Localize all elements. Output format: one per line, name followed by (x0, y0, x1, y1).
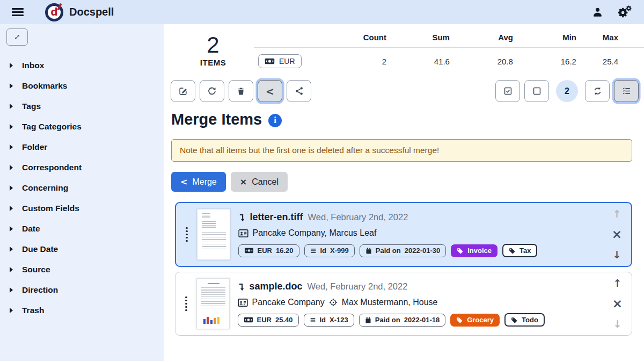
edit-button[interactable] (171, 80, 195, 102)
stats-row: EUR 2 41.6 20.8 16.2 25.4 (254, 48, 644, 69)
stats-header-count: Count (327, 32, 391, 48)
remove-item-button[interactable]: × (612, 228, 622, 241)
sidebar-item-inbox[interactable]: Inbox (6, 55, 157, 76)
paid-value: 2022-01-18 (404, 316, 440, 324)
caret-right-icon (10, 144, 13, 150)
merge-chevron-icon: < (180, 177, 187, 187)
merge-chevron-icon: < (266, 85, 274, 97)
item-concerning: Max Mustermann, House (342, 298, 438, 307)
id-badge: Id X-999 (304, 244, 355, 257)
caret-right-icon (10, 267, 13, 272)
caret-right-icon (10, 226, 13, 231)
stats-header-avg: Avg (454, 32, 517, 48)
sidebar-item-direction[interactable]: Direction (6, 280, 157, 300)
tag-badge-invoice: Invoice (451, 244, 497, 257)
merge-button[interactable]: < (258, 80, 282, 102)
item-correspondent: Pancake Company (252, 298, 325, 307)
page-title: Merge Items (171, 111, 262, 128)
sidebar-expand-button[interactable] (6, 28, 28, 46)
empty-square-icon (532, 86, 541, 96)
settings-gears-icon[interactable] (618, 6, 629, 18)
crosshairs-icon (329, 298, 338, 307)
move-up-button[interactable]: ↑ (613, 278, 621, 288)
amount-value: 25.40 (275, 316, 293, 324)
caret-right-icon (10, 247, 13, 252)
item-name: letter-en.tiff (250, 212, 303, 223)
stats-table: Count Sum Avg Min Max EUR 2 41. (254, 32, 644, 68)
paid-on-badge: Paid on 2022-01-30 (360, 244, 446, 257)
edit-pencil-icon (178, 86, 188, 96)
amount-badge: EUR 25.40 (238, 314, 299, 327)
caret-right-icon (10, 104, 13, 109)
reload-button[interactable] (200, 80, 224, 102)
delete-button[interactable] (229, 80, 253, 102)
item-count-label: ITEMS (186, 58, 240, 67)
id-value: X-123 (330, 316, 348, 324)
menu-icon[interactable] (12, 8, 24, 16)
sidebar-item-tags[interactable]: Tags (6, 96, 157, 117)
stats-header-sum: Sum (391, 32, 454, 48)
remove-item-button[interactable]: × (612, 298, 623, 310)
sidebar-item-correspondent[interactable]: Correspondent (6, 157, 157, 178)
info-icon[interactable]: i (268, 114, 282, 127)
item-count-value: 2 (186, 34, 240, 56)
caret-right-icon (10, 165, 13, 170)
select-all-button[interactable] (495, 80, 520, 102)
address-card-icon (238, 229, 248, 237)
move-down-button[interactable]: ↓ (613, 319, 621, 329)
stats-sum-value: 41.6 (391, 48, 454, 69)
stats-avg-value: 20.8 (454, 48, 517, 69)
share-button[interactable] (287, 80, 311, 102)
task-list-icon (622, 86, 631, 96)
currency-chip: EUR (258, 54, 302, 68)
merge-item-card-1[interactable]: letter-en.tiff Wed, February 2nd, 2022 P… (175, 202, 632, 267)
id-badge: Id X-123 (304, 314, 354, 327)
merge-confirm-button[interactable]: < Merge (171, 172, 226, 192)
app-title: Docspell (69, 6, 114, 18)
sidebar-item-date[interactable]: Date (6, 219, 157, 239)
paid-on-badge: Paid on 2022-01-18 (359, 314, 445, 327)
item-count-block: 2 ITEMS (186, 34, 240, 67)
sidebar-item-folder[interactable]: Folder (6, 137, 157, 157)
sidebar-item-concerning[interactable]: Concerning (6, 178, 157, 198)
caret-right-icon (10, 185, 13, 191)
selected-count-badge: 2 (556, 80, 578, 102)
direction-incoming-icon (238, 283, 245, 294)
view-menu-button[interactable] (614, 80, 639, 102)
sidebar-item-tag-categories[interactable]: Tag Categories (6, 117, 157, 137)
caret-right-icon (10, 287, 13, 293)
app-brand[interactable]: d Docspell (45, 3, 114, 21)
tag-icon (457, 248, 463, 254)
cancel-button[interactable]: × Cancel (231, 172, 288, 192)
deselect-all-button[interactable] (524, 80, 549, 102)
sidebar-item-due-date[interactable]: Due Date (6, 239, 157, 259)
sidebar: Inbox Bookmarks Tags Tag Categories Fold… (0, 24, 164, 361)
user-icon[interactable] (592, 7, 603, 17)
document-thumbnail (197, 209, 230, 260)
move-down-button[interactable]: ↓ (612, 250, 621, 260)
sidebar-item-custom-fields[interactable]: Custom Fields (6, 198, 157, 219)
document-thumbnail (196, 278, 230, 329)
id-value: X-999 (330, 247, 349, 255)
lines-icon (310, 317, 316, 323)
sidebar-item-trash[interactable]: Trash (6, 300, 157, 321)
item-correspondent: Pancake Company, Marcus Leaf (253, 228, 377, 238)
calendar-icon (365, 248, 372, 254)
drag-handle-icon[interactable] (184, 295, 188, 313)
stats-count-value: 2 (327, 48, 391, 69)
sidebar-item-source[interactable]: Source (6, 259, 157, 280)
merge-item-card-2[interactable]: sample.doc Wed, February 2nd, 2022 Panca… (175, 272, 632, 336)
item-date: Wed, February 2nd, 2022 (308, 281, 408, 292)
toolbar: < 2 (171, 80, 639, 102)
tag-badge-todo: Todo (504, 313, 545, 327)
sidebar-item-bookmarks[interactable]: Bookmarks (6, 76, 157, 96)
main-content: 2 ITEMS Count Sum Avg Min Max (164, 24, 644, 362)
move-up-button[interactable]: ↑ (612, 209, 621, 219)
money-icon (244, 248, 254, 254)
refresh-selection-button[interactable] (585, 80, 610, 102)
close-icon: × (240, 177, 247, 187)
drag-handle-icon[interactable] (185, 226, 189, 243)
expand-diagonal-icon (13, 33, 21, 41)
direction-incoming-icon (238, 213, 245, 225)
docspell-logo-icon: d (45, 3, 63, 21)
